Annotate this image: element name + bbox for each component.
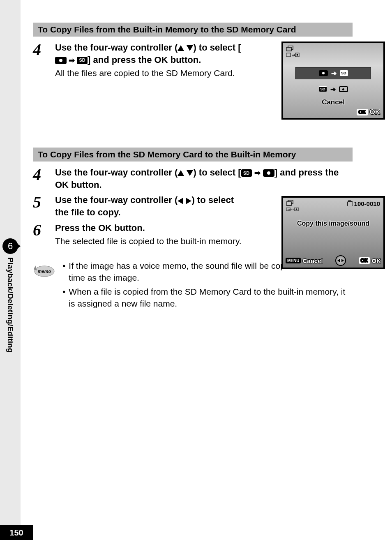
ok-badge-icon: OK bbox=[359, 257, 370, 264]
triangle-down-icon bbox=[187, 170, 193, 176]
svg-point-5 bbox=[297, 54, 298, 56]
arrow-right-black-icon: ➔ bbox=[330, 85, 336, 93]
chapter-number-badge: 6 bbox=[2, 238, 18, 254]
folder-icon bbox=[347, 201, 353, 206]
step-number-6: 6 bbox=[33, 222, 55, 238]
sd-icon-small-dark: SD bbox=[319, 86, 327, 92]
camera-icon bbox=[263, 169, 274, 177]
section1-header: To Copy Files from the Built-in Memory t… bbox=[33, 23, 353, 37]
page-number: 150 bbox=[0, 525, 33, 540]
bullet-icon: • bbox=[62, 260, 65, 284]
step-number-4b: 4 bbox=[33, 166, 55, 183]
menu-option-sd-to-internal[interactable]: SD ➔ bbox=[304, 83, 363, 95]
step4b-title-part-b: ) to select [ bbox=[193, 167, 241, 178]
step4b-title-part-a: Use the four-way controller ( bbox=[55, 167, 178, 178]
camera-icon-small bbox=[319, 70, 328, 76]
svg-text:SD: SD bbox=[288, 208, 291, 211]
sd-icon-small: SD bbox=[340, 70, 348, 76]
step-number-4a: 4 bbox=[33, 42, 55, 58]
screen2-ok[interactable]: OK bbox=[372, 257, 381, 264]
section2-header: To Copy Files from the SD Memory Card to… bbox=[33, 148, 353, 162]
triangle-up-icon bbox=[178, 170, 184, 176]
svg-rect-7 bbox=[286, 202, 291, 205]
screen1-ok-text[interactable]: OK bbox=[370, 108, 380, 116]
step4a-title-part-c: ] and press the OK button. bbox=[88, 55, 201, 65]
camera-icon-small-inv bbox=[339, 86, 348, 92]
screen2-cancel[interactable]: Cancel bbox=[302, 257, 323, 264]
step4a-title-part-a: Use the four-way controller ( bbox=[55, 42, 178, 53]
step5-title: Use the four-way controller ( ) to selec… bbox=[55, 194, 242, 218]
camera-screen-copy-confirm: SD⇨ 100-0010 Copy this image/sound MENU … bbox=[281, 196, 385, 269]
svg-rect-1 bbox=[286, 47, 291, 51]
screen1-status-icons: ⇄ bbox=[286, 46, 300, 59]
arrow-right-white-icon: ➔ bbox=[331, 69, 337, 77]
triangle-left-icon bbox=[178, 198, 183, 204]
step4b-title: Use the four-way controller ( ) to selec… bbox=[55, 166, 353, 191]
svg-text:⇄: ⇄ bbox=[292, 53, 295, 57]
step4a-title: Use the four-way controller ( ) to selec… bbox=[55, 42, 242, 66]
step4a-title-part-b: ) to select [ bbox=[193, 42, 241, 53]
copy-mode-icon: ⇄ bbox=[286, 53, 300, 58]
arrow-right-icon: ➡ bbox=[254, 168, 261, 178]
sd-card-icon: SD bbox=[77, 57, 88, 64]
overlap-icon bbox=[286, 200, 295, 206]
chapter-tab: 6 Playback/Deleting/Editing bbox=[0, 238, 21, 353]
camera-icon bbox=[55, 57, 67, 64]
svg-point-12 bbox=[296, 208, 297, 210]
step4a-desc: All the files are copied to the SD Memor… bbox=[55, 67, 242, 79]
memo-item-2: When a file is copied from the SD Memory… bbox=[69, 286, 353, 310]
step6-title: Press the OK button. bbox=[55, 222, 242, 234]
triangle-down-icon bbox=[187, 45, 193, 51]
ok-badge-icon: OK bbox=[357, 109, 368, 115]
chapter-label: Playback/Deleting/Editing bbox=[6, 257, 15, 353]
svg-text:memo: memo bbox=[38, 269, 51, 274]
page-content: To Copy Files from the Built-in Memory t… bbox=[33, 23, 353, 311]
triangle-right-icon bbox=[186, 198, 191, 204]
svg-text:⇨: ⇨ bbox=[291, 208, 294, 211]
overlap-icon bbox=[286, 46, 295, 51]
menu-option-internal-to-sd[interactable]: ➔ SD bbox=[295, 67, 371, 79]
step6-desc: The selected file is copied to the built… bbox=[55, 235, 242, 247]
bullet-icon: • bbox=[62, 286, 65, 310]
screen2-status-icons: SD⇨ bbox=[286, 200, 299, 213]
file-number-text: 100-0010 bbox=[354, 200, 380, 207]
dpad-icon bbox=[335, 255, 346, 266]
copy-mode-icon: SD⇨ bbox=[286, 208, 299, 212]
camera-screen-copy-menu: ⇄ ➔ SD SD ➔ Cancel OK OK bbox=[281, 42, 385, 120]
sd-card-icon: SD bbox=[241, 169, 252, 177]
memo-icon: memo bbox=[33, 261, 56, 279]
screen1-ok-row: OK OK bbox=[357, 108, 380, 116]
screen2-file-number: 100-0010 bbox=[347, 200, 380, 207]
svg-rect-2 bbox=[286, 53, 291, 57]
screen1-cancel[interactable]: Cancel bbox=[283, 98, 383, 106]
triangle-up-icon bbox=[178, 45, 184, 51]
arrow-right-icon: ➡ bbox=[67, 55, 77, 65]
screen2-prompt: Copy this image/sound bbox=[283, 220, 383, 227]
step-number-5: 5 bbox=[33, 194, 55, 210]
menu-badge-icon: MENU bbox=[286, 258, 301, 263]
step5-title-part-a: Use the four-way controller ( bbox=[55, 195, 178, 205]
